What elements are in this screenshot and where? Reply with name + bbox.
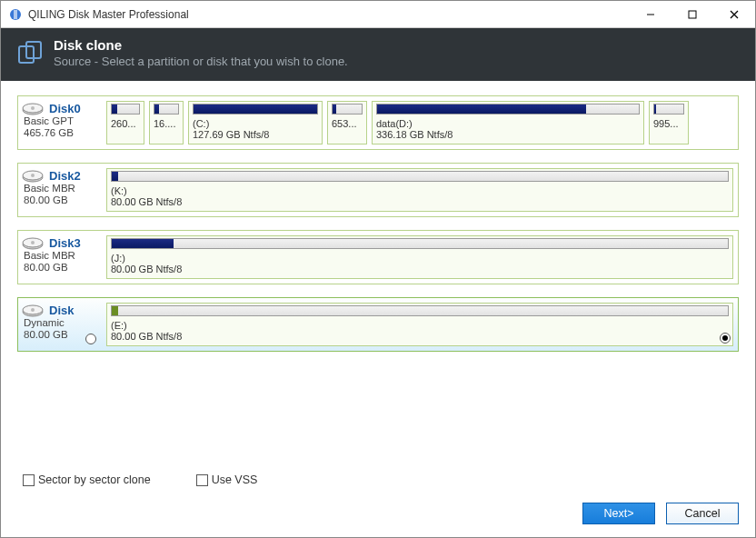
hdd-icon: [22, 170, 44, 187]
hdd-icon: [22, 103, 44, 120]
partition-size: 80.00 GB Ntfs/8: [111, 196, 729, 207]
partition-strip: (K:) 80.00 GB Ntfs/8: [102, 164, 738, 216]
usage-bar: [193, 104, 318, 115]
maximize-button[interactable]: [671, 1, 713, 28]
partition-label: (C:): [193, 118, 318, 129]
partition-size: 80.00 GB Ntfs/8: [111, 264, 729, 274]
app-window: QILING Disk Master Professional Disk clo…: [0, 0, 756, 538]
disk-info: Disk Dynamic 80.00 GB: [18, 298, 102, 351]
usage-bar: [376, 104, 640, 115]
disk-name: Disk3: [49, 236, 96, 250]
hdd-icon: [22, 237, 44, 254]
partition[interactable]: 260...: [106, 101, 144, 144]
use-vss-checkbox[interactable]: Use VSS: [196, 473, 258, 486]
close-button[interactable]: [713, 1, 755, 28]
usage-bar: [111, 104, 140, 115]
disk-name: Disk2: [49, 169, 96, 183]
partition[interactable]: data(D:) 336.18 GB Ntfs/8: [372, 101, 644, 144]
usage-fill: [112, 105, 117, 114]
usage-fill: [194, 105, 317, 114]
svg-point-16: [31, 241, 35, 244]
usage-bar: [332, 104, 363, 115]
disk-info: Disk3 Basic MBR 80.00 GB: [18, 231, 102, 284]
disk-size: 465.76 GB: [24, 127, 96, 138]
next-button[interactable]: Next>: [582, 503, 655, 524]
use-vss-label: Use VSS: [212, 473, 258, 486]
usage-bar: [111, 171, 729, 182]
partition-strip: (J:) 80.00 GB Ntfs/8: [102, 231, 738, 284]
titlebar: QILING Disk Master Professional: [1, 1, 755, 28]
hdd-icon: [22, 304, 44, 322]
partition[interactable]: (E:) 80.00 GB Ntfs/8: [106, 303, 733, 346]
partition-size: 16....: [154, 118, 179, 129]
cancel-button[interactable]: Cancel: [666, 503, 739, 524]
options-row: Sector by sector clone Use VSS: [1, 464, 755, 492]
banner-text: Disk clone Source - Select a partition o…: [54, 37, 348, 68]
usage-bar: [653, 104, 684, 115]
partition-size: 653...: [332, 118, 363, 129]
usage-bar: [154, 104, 179, 115]
partition-strip: 260... 16.... (C:) 127.69 GB Ntfs/8 653.…: [102, 96, 738, 149]
disk-info: Disk0 Basic GPT 465.76 GB: [18, 96, 102, 149]
partition-label: (J:): [111, 253, 729, 264]
disk-info: Disk2 Basic MBR 80.00 GB: [18, 164, 102, 216]
svg-point-13: [31, 174, 35, 177]
svg-rect-3: [689, 11, 696, 18]
usage-bar: [111, 238, 729, 249]
page-subtitle: Source - Select a partition or disk that…: [54, 55, 348, 68]
usage-fill: [112, 306, 118, 315]
disk-size: 80.00 GB: [24, 194, 96, 205]
banner: Disk clone Source - Select a partition o…: [1, 28, 755, 81]
partition-size: 80.00 GB Ntfs/8: [111, 331, 729, 342]
usage-bar: [111, 305, 729, 316]
disk-row[interactable]: Disk2 Basic MBR 80.00 GB (K:) 80.00 GB N…: [17, 163, 739, 217]
partition-strip: (E:) 80.00 GB Ntfs/8: [102, 298, 738, 351]
page-title: Disk clone: [54, 37, 348, 53]
svg-point-19: [31, 308, 35, 312]
svg-rect-1: [14, 10, 17, 19]
usage-fill: [333, 105, 336, 114]
usage-fill: [112, 172, 118, 181]
partition-label: (K:): [111, 185, 729, 196]
partition-label: data(D:): [376, 118, 640, 129]
partition[interactable]: 995...: [649, 101, 689, 144]
usage-fill: [112, 239, 174, 248]
svg-point-10: [31, 106, 35, 110]
minimize-button[interactable]: [630, 1, 671, 28]
partition-size: 260...: [111, 118, 140, 129]
disk-name: Disk: [49, 304, 96, 317]
sector-clone-checkbox[interactable]: Sector by sector clone: [23, 473, 151, 486]
disk-row[interactable]: Disk0 Basic GPT 465.76 GB 260... 16.... …: [17, 95, 739, 150]
partition-label: (E:): [111, 320, 729, 331]
partition[interactable]: (J:) 80.00 GB Ntfs/8: [106, 235, 733, 279]
partition-size: 127.69 GB Ntfs/8: [193, 129, 318, 140]
partition[interactable]: (K:) 80.00 GB Ntfs/8: [106, 168, 733, 212]
clone-icon: [17, 40, 43, 68]
checkbox-icon: [196, 474, 208, 486]
partition-radio[interactable]: [720, 333, 731, 344]
disk-radio[interactable]: [85, 334, 96, 344]
usage-fill: [654, 105, 656, 114]
partition-size: 336.18 GB Ntfs/8: [376, 129, 640, 140]
window-title: QILING Disk Master Professional: [28, 8, 630, 21]
partition[interactable]: 653...: [327, 101, 367, 144]
partition[interactable]: 16....: [149, 101, 184, 144]
checkbox-icon: [23, 474, 35, 486]
disk-row[interactable]: Disk3 Basic MBR 80.00 GB (J:) 80.00 GB N…: [17, 230, 739, 284]
usage-fill: [377, 105, 586, 114]
partition-size: 995...: [653, 118, 684, 129]
disk-row[interactable]: Disk Dynamic 80.00 GB (E:) 80.00 GB Ntfs…: [17, 297, 739, 352]
usage-fill: [154, 105, 159, 114]
disk-name: Disk0: [49, 102, 96, 115]
disk-size: 80.00 GB: [24, 262, 96, 273]
button-bar: Next> Cancel: [1, 492, 755, 537]
sector-clone-label: Sector by sector clone: [38, 473, 151, 486]
app-icon: [8, 7, 23, 22]
disk-list: Disk0 Basic GPT 465.76 GB 260... 16.... …: [1, 81, 755, 464]
partition[interactable]: (C:) 127.69 GB Ntfs/8: [188, 101, 323, 144]
